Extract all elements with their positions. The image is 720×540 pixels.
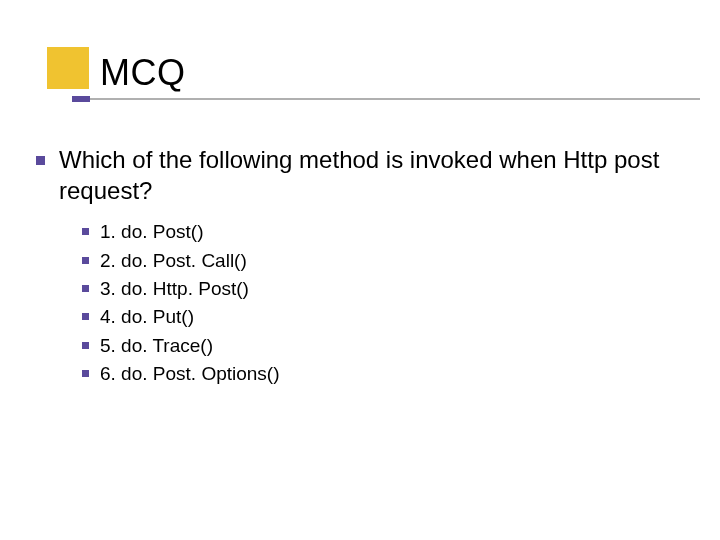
square-bullet-icon: [82, 370, 89, 377]
list-item: 6. do. Post. Options(): [82, 362, 684, 386]
square-bullet-icon: [82, 228, 89, 235]
title-block: MCQ: [72, 52, 680, 102]
option-text: 3. do. Http. Post(): [100, 277, 249, 301]
underline-purple: [72, 96, 90, 102]
slide-title: MCQ: [100, 52, 680, 94]
option-text: 6. do. Post. Options(): [100, 362, 280, 386]
underline-gray: [72, 98, 700, 100]
list-item: 2. do. Post. Call(): [82, 249, 684, 273]
body: Which of the following method is invoked…: [36, 145, 684, 390]
question-text: Which of the following method is invoked…: [59, 145, 684, 206]
list-item: 4. do. Put(): [82, 305, 684, 329]
option-text: 1. do. Post(): [100, 220, 204, 244]
question-row: Which of the following method is invoked…: [36, 145, 684, 206]
slide: MCQ Which of the following method is inv…: [0, 0, 720, 540]
list-item: 3. do. Http. Post(): [82, 277, 684, 301]
options-list: 1. do. Post() 2. do. Post. Call() 3. do.…: [82, 220, 684, 386]
square-bullet-icon: [82, 342, 89, 349]
option-text: 5. do. Trace(): [100, 334, 213, 358]
square-bullet-icon: [82, 285, 89, 292]
option-text: 4. do. Put(): [100, 305, 194, 329]
list-item: 1. do. Post(): [82, 220, 684, 244]
square-bullet-icon: [36, 156, 45, 165]
square-bullet-icon: [82, 257, 89, 264]
list-item: 5. do. Trace(): [82, 334, 684, 358]
square-bullet-icon: [82, 313, 89, 320]
option-text: 2. do. Post. Call(): [100, 249, 247, 273]
title-underline: [72, 96, 680, 102]
